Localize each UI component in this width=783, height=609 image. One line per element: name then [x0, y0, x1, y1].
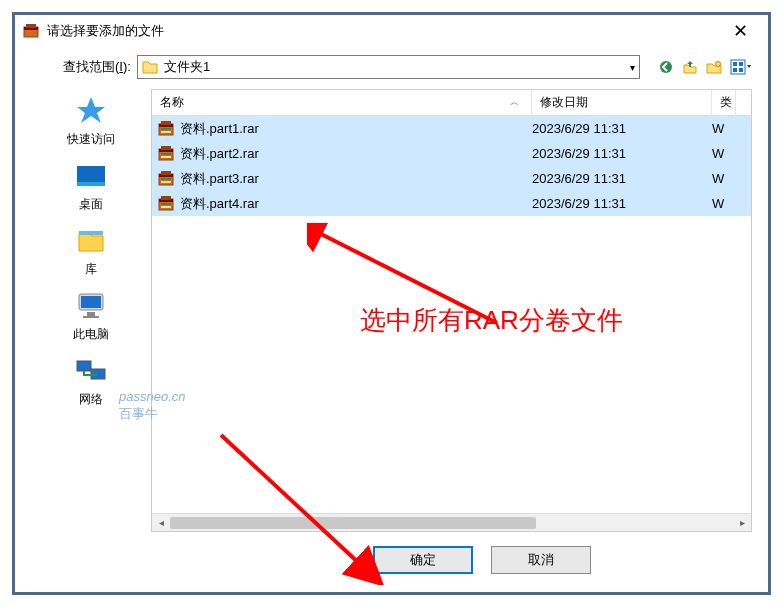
file-name: 资料.part4.rar [180, 195, 259, 213]
svg-rect-21 [161, 121, 171, 125]
column-header-date[interactable]: 修改日期 [532, 90, 712, 115]
column-header-name[interactable]: 名称︿ [152, 90, 532, 115]
rar-file-icon [158, 171, 174, 187]
cancel-button[interactable]: 取消 [491, 546, 591, 574]
scroll-track[interactable] [170, 515, 733, 531]
lookin-label: 查找范围(I): [63, 58, 131, 76]
svg-rect-37 [161, 203, 171, 205]
file-type: W [712, 196, 724, 211]
file-row[interactable]: 资料.part3.rar2023/6/29 11:31W [152, 166, 751, 191]
sidebar-item-label: 库 [85, 261, 97, 278]
svg-rect-33 [161, 181, 171, 183]
file-type: W [712, 121, 724, 136]
watermark-brand: 百事牛 [119, 405, 158, 423]
svg-rect-27 [161, 153, 171, 155]
file-row[interactable]: 资料.part1.rar2023/6/29 11:31W [152, 116, 751, 141]
svg-rect-23 [161, 131, 171, 133]
svg-rect-26 [161, 146, 171, 150]
file-row[interactable]: 资料.part4.rar2023/6/29 11:31W [152, 191, 751, 216]
svg-rect-32 [161, 178, 171, 180]
watermark-url: passneo.cn [119, 389, 186, 404]
lookin-dropdown[interactable]: 文件夹1 ▾ [137, 55, 640, 79]
sidebar-item-this-pc[interactable]: 此电脑 [73, 290, 109, 343]
folder-icon [142, 59, 158, 75]
svg-rect-17 [77, 361, 91, 371]
svg-rect-14 [81, 296, 101, 308]
view-menu-icon[interactable] [730, 59, 752, 75]
sidebar-item-network[interactable]: 网络 [75, 355, 107, 408]
svg-rect-7 [739, 62, 743, 66]
scroll-right-icon[interactable]: ▸ [733, 515, 751, 531]
column-header-type[interactable]: 类 [712, 90, 736, 115]
places-sidebar: 快速访问 桌面 库 此电脑 网络 [31, 89, 151, 532]
svg-rect-9 [739, 68, 743, 72]
svg-rect-28 [161, 156, 171, 158]
svg-rect-12 [79, 231, 103, 235]
lookin-folder-name: 文件夹1 [164, 58, 630, 76]
column-headers: 名称︿ 修改日期 类 [152, 90, 751, 116]
lookin-row: 查找范围(I): 文件夹1 ▾ [15, 47, 768, 89]
svg-rect-36 [161, 196, 171, 200]
file-date: 2023/6/29 11:31 [532, 171, 626, 186]
rar-file-icon [158, 196, 174, 212]
sidebar-item-label: 此电脑 [73, 326, 109, 343]
svg-rect-15 [87, 312, 95, 316]
svg-rect-22 [161, 128, 171, 130]
sidebar-item-label: 桌面 [79, 196, 103, 213]
sidebar-item-quick-access[interactable]: 快速访问 [67, 95, 115, 148]
svg-rect-6 [733, 62, 737, 66]
back-icon[interactable] [658, 59, 674, 75]
sidebar-item-label: 网络 [79, 391, 103, 408]
dialog-title: 请选择要添加的文件 [47, 22, 721, 40]
file-date: 2023/6/29 11:31 [532, 196, 626, 211]
scroll-thumb[interactable] [170, 517, 536, 529]
svg-rect-2 [26, 24, 36, 28]
winrar-app-icon [23, 23, 39, 39]
file-name: 资料.part3.rar [180, 170, 259, 188]
rar-file-icon [158, 121, 174, 137]
scroll-left-icon[interactable]: ◂ [152, 515, 170, 531]
sort-caret-icon: ︿ [510, 96, 519, 109]
ok-button[interactable]: 确定 [373, 546, 473, 574]
svg-rect-8 [733, 68, 737, 72]
file-type: W [712, 146, 724, 161]
file-name: 资料.part2.rar [180, 145, 259, 163]
sidebar-item-label: 快速访问 [67, 131, 115, 148]
dialog-buttons: 确定 取消 [15, 532, 768, 592]
file-name: 资料.part1.rar [180, 120, 259, 138]
annotation-text: 选中所有RAR分卷文件 [360, 303, 623, 338]
svg-rect-11 [77, 182, 105, 186]
svg-rect-38 [161, 206, 171, 208]
sidebar-item-desktop[interactable]: 桌面 [75, 160, 107, 213]
horizontal-scrollbar[interactable]: ◂ ▸ [152, 513, 751, 531]
close-button[interactable]: ✕ [721, 20, 760, 42]
svg-rect-31 [161, 171, 171, 175]
file-date: 2023/6/29 11:31 [532, 146, 626, 161]
titlebar: 请选择要添加的文件 ✕ [15, 15, 768, 47]
file-type: W [712, 171, 724, 186]
sidebar-item-libraries[interactable]: 库 [75, 225, 107, 278]
file-date: 2023/6/29 11:31 [532, 121, 626, 136]
file-row[interactable]: 资料.part2.rar2023/6/29 11:31W [152, 141, 751, 166]
rar-file-icon [158, 146, 174, 162]
svg-rect-10 [77, 166, 105, 184]
chevron-down-icon: ▾ [630, 62, 635, 73]
svg-rect-16 [83, 316, 99, 318]
up-one-level-icon[interactable] [682, 59, 698, 75]
new-folder-icon[interactable] [706, 59, 722, 75]
